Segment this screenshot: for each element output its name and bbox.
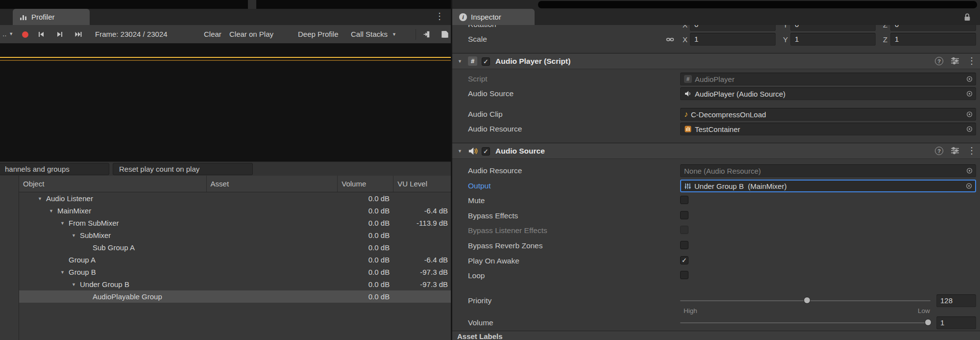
record-button[interactable] — [20, 29, 30, 39]
object-picker-button[interactable] — [966, 167, 973, 175]
table-row[interactable]: ▼Under Group B 0.0 dB -97.3 dB — [19, 278, 452, 290]
audio-source-enabled-checkbox[interactable]: ✓ — [482, 147, 490, 156]
load-profile-button[interactable] — [421, 30, 431, 39]
skip-back-icon — [37, 30, 46, 38]
component-menu-icon[interactable]: ⋮ — [967, 146, 976, 155]
object-picker-button[interactable] — [965, 183, 973, 190]
check-icon: ✓ — [483, 148, 489, 155]
channels-and-groups-button[interactable]: hannels and groups — [0, 163, 109, 175]
audio-objects-table: Object Asset Volume VU Level ▼Audio List… — [19, 176, 452, 340]
scale-label: Scale — [468, 35, 487, 44]
table-row[interactable]: ▼MainMixer 0.0 dB -6.4 dB — [19, 205, 452, 217]
help-icon[interactable]: ? — [935, 57, 943, 65]
column-header-object[interactable]: Object — [19, 176, 207, 192]
foldout-icon[interactable]: ▼ — [458, 149, 462, 154]
audio-clip-object-field[interactable]: ♪ C-DecompressOnLoad — [680, 108, 976, 121]
audio-resource-object-field[interactable]: None (Audio Resource) — [680, 164, 976, 177]
row-volume: 0.0 dB — [338, 280, 393, 288]
row-volume: 0.0 dB — [338, 268, 393, 276]
call-stacks-label: Call Stacks — [351, 30, 388, 38]
foldout-icon[interactable]: ▼ — [458, 59, 462, 64]
mute-checkbox[interactable] — [680, 196, 688, 204]
audio-resource-object-field[interactable]: TestContainer — [680, 123, 976, 135]
component-menu-icon[interactable]: ⋮ — [967, 56, 976, 65]
asset-labels-section[interactable]: Asset Labels — [452, 331, 980, 340]
audio-profiler-chart[interactable] — [0, 44, 452, 161]
foldout-icon[interactable]: ▼ — [60, 270, 69, 275]
table-row[interactable]: ▼Audio Listener 0.0 dB — [19, 192, 452, 205]
audio-player-component-header[interactable]: ▼ # ✓ Audio Player (Script) ? ⋮ — [452, 53, 980, 69]
audio-source-object-field[interactable]: AudioPlayer (Audio Source) — [680, 87, 976, 100]
play-on-awake-checkbox[interactable]: ✓ — [680, 256, 688, 264]
reset-play-count-button[interactable]: Reset play count on play — [113, 163, 253, 175]
table-row[interactable]: ▼SubMixer 0.0 dB — [19, 229, 452, 241]
table-row[interactable]: ▼Group B 0.0 dB -97.3 dB — [19, 266, 452, 278]
clear-on-play-button[interactable]: Clear on Play — [229, 30, 273, 38]
foldout-icon[interactable]: ▼ — [38, 196, 46, 201]
inspector-lock-button[interactable] — [963, 13, 971, 24]
audio-clip-row: Audio Clip ♪ C-DecompressOnLoad — [452, 107, 980, 121]
column-header-volume[interactable]: Volume — [338, 176, 393, 192]
rotation-x-field[interactable]: 0 — [690, 25, 776, 31]
rotation-z-field[interactable]: 0 — [890, 25, 976, 31]
inspector-tab-label: Inspector — [471, 13, 501, 21]
first-frame-button[interactable] — [36, 30, 46, 39]
inspector-tab[interactable]: i Inspector — [452, 9, 535, 25]
scale-z-field[interactable]: 1 — [890, 33, 976, 46]
object-picker-button[interactable] — [966, 90, 973, 98]
output-object-field[interactable]: Under Group B (MainMixer) — [680, 180, 976, 192]
bypass-effects-label: Bypass Effects — [468, 211, 518, 220]
volume-slider-thumb[interactable] — [925, 319, 931, 326]
save-profile-button[interactable] — [440, 30, 450, 39]
presets-icon — [951, 147, 959, 155]
table-row-selected[interactable]: AudioPlayable Group 0.0 dB — [19, 290, 452, 303]
row-volume: 0.0 dB — [338, 256, 393, 264]
profiler-module-dropdown-partial[interactable]: .. ▼ — [2, 29, 13, 38]
script-object-field[interactable]: # AudioPlayer — [680, 73, 976, 85]
mixer-group-icon — [684, 183, 691, 190]
foldout-icon[interactable]: ▼ — [72, 233, 80, 238]
volume-value-field[interactable]: 1 — [936, 316, 976, 329]
foldout-icon[interactable]: ▼ — [49, 209, 57, 213]
rotation-y-field[interactable]: 0 — [790, 25, 876, 31]
row-object-name: Sub Group A — [93, 243, 135, 252]
audio-player-enabled-checkbox[interactable]: ✓ — [482, 57, 490, 66]
priority-value-field[interactable]: 128 — [936, 294, 976, 307]
column-header-asset[interactable]: Asset — [207, 176, 338, 192]
profiler-tab[interactable]: Profiler — [13, 9, 90, 25]
toolbar-separator — [416, 29, 416, 40]
column-header-vu-level[interactable]: VU Level — [393, 176, 452, 192]
next-frame-button[interactable] — [55, 30, 65, 39]
table-row[interactable]: Group A 0.0 dB -6.4 dB — [19, 254, 452, 266]
row-vu-level: -6.4 dB — [393, 256, 452, 264]
scale-x-field[interactable]: 1 — [690, 33, 776, 46]
volume-slider[interactable] — [680, 322, 931, 323]
audio-source-component-header[interactable]: ▼ ✓ Audio Source ? ⋮ — [452, 143, 980, 159]
bypass-effects-checkbox[interactable] — [680, 211, 688, 219]
table-row[interactable]: ▼From SubMixer 0.0 dB -113.9 dB — [19, 217, 452, 229]
object-picker-button[interactable] — [966, 76, 973, 83]
presets-button[interactable] — [951, 57, 959, 65]
table-row[interactable]: Sub Group A 0.0 dB — [19, 241, 452, 254]
row-object-name: SubMixer — [80, 231, 111, 239]
priority-slider-thumb[interactable] — [804, 297, 810, 304]
object-picker-button[interactable] — [966, 126, 973, 133]
foldout-icon[interactable]: ▼ — [60, 221, 69, 226]
bypass-reverb-zones-checkbox[interactable] — [680, 241, 688, 249]
last-frame-button[interactable] — [74, 30, 83, 39]
help-icon[interactable]: ? — [935, 147, 943, 155]
deep-profile-button[interactable]: Deep Profile — [298, 30, 339, 38]
foldout-icon[interactable]: ▼ — [72, 282, 80, 287]
profiler-detail-toolbar: hannels and groups Reset play count on p… — [0, 161, 452, 176]
bypass-listener-effects-checkbox — [680, 226, 688, 234]
profiler-more-options-icon[interactable]: ⋮ — [435, 12, 444, 21]
check-icon: ✓ — [483, 58, 489, 65]
call-stacks-button[interactable]: Call Stacks ▼ — [351, 30, 396, 38]
constrain-proportions-button[interactable] — [666, 35, 674, 46]
scale-y-field[interactable]: 1 — [790, 33, 876, 46]
check-icon: ✓ — [682, 257, 687, 263]
presets-button[interactable] — [951, 147, 959, 155]
clear-button[interactable]: Clear — [204, 30, 221, 38]
loop-checkbox[interactable] — [680, 271, 688, 279]
object-picker-button[interactable] — [966, 111, 973, 118]
